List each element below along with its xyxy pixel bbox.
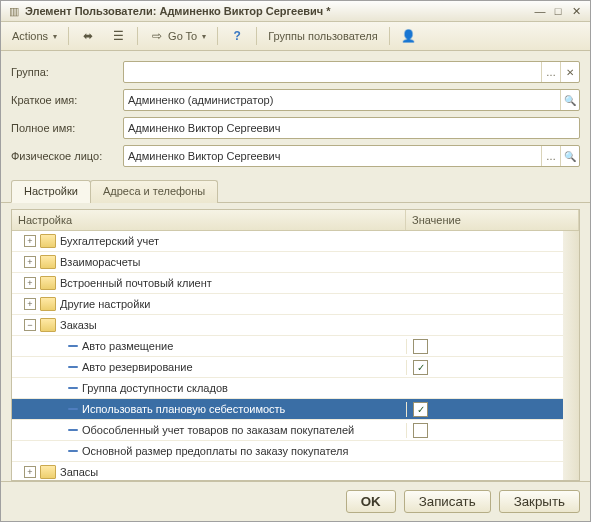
app-icon: ▥ [7, 4, 21, 18]
ellipsis-icon[interactable]: … [541, 62, 560, 82]
col-value[interactable]: Значение [406, 210, 579, 230]
checkbox[interactable] [413, 339, 428, 354]
folder-icon [40, 318, 56, 332]
item-icon [68, 366, 78, 368]
settings-grid[interactable]: +Бухгалтерский учет+Взаиморасчеты+Встрое… [12, 231, 579, 480]
group-label: Группа: [11, 66, 115, 78]
row-label: Бухгалтерский учет [60, 235, 159, 247]
col-setting[interactable]: Настройка [12, 210, 406, 230]
minimize-icon[interactable]: — [532, 4, 548, 18]
table-row[interactable]: Группа доступности складов [12, 378, 579, 399]
close-icon[interactable]: ✕ [568, 4, 584, 18]
ok-button[interactable]: OK [346, 490, 396, 513]
expand-icon[interactable]: + [24, 256, 36, 268]
row-label: Встроенный почтовый клиент [60, 277, 212, 289]
table-row[interactable]: +Взаиморасчеты [12, 252, 579, 273]
group-field[interactable]: … ✕ [123, 61, 580, 83]
toolbar-icon-1[interactable]: ⬌ [75, 25, 101, 47]
folder-icon [40, 234, 56, 248]
row-label: Взаиморасчеты [60, 256, 140, 268]
full-name-field[interactable]: Админенко Виктор Сергеевич [123, 117, 580, 139]
table-row[interactable]: Обособленный учет товаров по заказам пок… [12, 420, 579, 441]
row-label: Авто резервирование [82, 361, 193, 373]
folder-icon [40, 297, 56, 311]
table-row[interactable]: Основной размер предоплаты по заказу пок… [12, 441, 579, 462]
table-row[interactable]: +Бухгалтерский учет [12, 231, 579, 252]
table-row[interactable]: Авто размещение [12, 336, 579, 357]
tab-contacts[interactable]: Адреса и телефоны [90, 180, 218, 203]
table-row[interactable]: Авто резервирование✓ [12, 357, 579, 378]
folder-icon [40, 465, 56, 479]
row-label: Другие настройки [60, 298, 150, 310]
person-field[interactable]: Админенко Виктор Сергеевич … 🔍 [123, 145, 580, 167]
scrollbar[interactable] [563, 231, 579, 480]
help-icon[interactable]: ? [224, 25, 250, 47]
expand-icon[interactable]: + [24, 235, 36, 247]
table-row[interactable]: Использовать плановую себестоимость✓ [12, 399, 579, 420]
ellipsis-icon[interactable]: … [541, 146, 560, 166]
checkbox[interactable]: ✓ [413, 360, 428, 375]
item-icon [68, 450, 78, 452]
row-label: Заказы [60, 319, 97, 331]
item-icon [68, 345, 78, 347]
lookup-icon[interactable]: 🔍 [560, 90, 579, 110]
row-label: Основной размер предоплаты по заказу пок… [82, 445, 348, 457]
row-label: Авто размещение [82, 340, 173, 352]
person-label: Физическое лицо: [11, 150, 115, 162]
expand-icon[interactable]: + [24, 277, 36, 289]
folder-icon [40, 276, 56, 290]
expand-icon[interactable]: + [24, 298, 36, 310]
table-row[interactable]: +Другие настройки [12, 294, 579, 315]
item-icon [68, 387, 78, 389]
toolbar-icon-2[interactable]: ☰ [105, 25, 131, 47]
item-icon [68, 429, 78, 431]
row-label: Запасы [60, 466, 98, 478]
table-row[interactable]: +Запасы [12, 462, 579, 480]
actions-menu[interactable]: Actions [7, 27, 62, 45]
table-row[interactable]: +Встроенный почтовый клиент [12, 273, 579, 294]
short-name-label: Краткое имя: [11, 94, 115, 106]
expand-icon[interactable]: + [24, 466, 36, 478]
clear-icon[interactable]: ✕ [560, 62, 579, 82]
row-label: Обособленный учет товаров по заказам пок… [82, 424, 354, 436]
full-name-label: Полное имя: [11, 122, 115, 134]
user-groups-button[interactable]: Группы пользователя [263, 27, 382, 45]
lookup-icon[interactable]: 🔍 [560, 146, 579, 166]
save-button[interactable]: Записать [404, 490, 491, 513]
item-icon [68, 408, 78, 410]
user-icon[interactable]: 👤 [396, 25, 422, 47]
folder-icon [40, 255, 56, 269]
goto-menu[interactable]: ⇨Go To [144, 25, 211, 47]
checkbox[interactable] [413, 423, 428, 438]
window-title: Элемент Пользователи: Админенко Виктор С… [25, 5, 528, 17]
row-label: Использовать плановую себестоимость [82, 403, 285, 415]
tab-settings[interactable]: Настройки [11, 180, 91, 203]
close-button[interactable]: Закрыть [499, 490, 580, 513]
row-label: Группа доступности складов [82, 382, 228, 394]
short-name-field[interactable]: Админенко (администратор) 🔍 [123, 89, 580, 111]
expand-icon[interactable]: − [24, 319, 36, 331]
checkbox[interactable]: ✓ [413, 402, 428, 417]
maximize-icon[interactable]: □ [550, 4, 566, 18]
table-row[interactable]: −Заказы [12, 315, 579, 336]
